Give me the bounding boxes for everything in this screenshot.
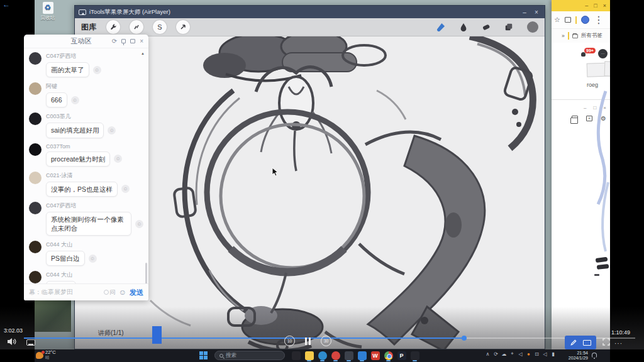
radio-icon <box>104 290 109 295</box>
lecturer-tab[interactable]: 讲师(1/1) <box>98 329 124 337</box>
emoji-react-button[interactable]: ☺ <box>108 126 116 134</box>
emoji-react-button[interactable]: ☺ <box>135 220 143 228</box>
taskbar-clock[interactable]: 21:54 2024/1/29 <box>563 351 588 361</box>
color-swatch[interactable] <box>527 21 538 33</box>
chat-scrollbar[interactable] <box>145 263 147 284</box>
speaker-icon[interactable] <box>7 337 16 346</box>
airplayer-minimize-button[interactable]: – <box>520 9 529 16</box>
rewind-10-button[interactable]: 10 <box>284 336 295 346</box>
bookmark-star-icon[interactable]: ☆ <box>554 16 560 24</box>
taskbar-search[interactable]: 搜索 <box>214 351 285 360</box>
avatar[interactable] <box>29 202 42 214</box>
screen-share-icon[interactable] <box>26 339 35 346</box>
chrome-browser-app[interactable] <box>382 350 395 361</box>
search-highlight-image <box>274 353 282 359</box>
tray-display-icon[interactable]: ⊡ <box>533 351 540 357</box>
avatar[interactable] <box>29 82 42 95</box>
all-bookmarks-label[interactable]: 所有书签 <box>581 32 602 40</box>
more-options-button[interactable]: ··· <box>614 340 623 347</box>
chrome-maximize-button[interactable]: □ <box>594 3 597 9</box>
brush-icon[interactable] <box>436 23 445 32</box>
playhead-handle[interactable] <box>462 336 467 341</box>
gallery-button[interactable]: 图库 <box>81 22 96 33</box>
bookmarks-bar: » 所有书签 <box>552 29 610 43</box>
adjustments-icon[interactable] <box>130 20 143 34</box>
file-explorer-app[interactable] <box>303 350 316 361</box>
music-app[interactable] <box>329 350 342 361</box>
recorder-app[interactable] <box>408 350 421 361</box>
forward-30-button[interactable]: 30 <box>321 336 331 346</box>
edge-browser-app[interactable] <box>316 350 329 361</box>
tray-cloud-icon[interactable]: ☁ <box>501 351 508 357</box>
notes-app[interactable] <box>355 350 369 361</box>
emoji-react-button[interactable]: ☺ <box>93 66 101 74</box>
tray-security-icon[interactable]: ● <box>525 351 532 357</box>
avatar[interactable] <box>29 112 42 125</box>
refresh-icon[interactable]: ⟳ <box>112 38 117 45</box>
avatar[interactable] <box>29 241 42 253</box>
avatar[interactable] <box>29 271 42 283</box>
emoji-react-button[interactable]: ☺ <box>121 185 130 193</box>
tray-expand-icon[interactable]: ∧ <box>484 351 491 357</box>
premiere-app[interactable]: P <box>395 350 408 361</box>
recycle-bin-shortcut[interactable]: ♻ 回收站 <box>37 2 58 21</box>
bookmarks-folder-icon <box>572 34 578 38</box>
avatar[interactable] <box>29 172 42 184</box>
transform-arrow-icon[interactable] <box>176 20 190 34</box>
weather-widget[interactable]: 22°C 晴 <box>36 350 56 361</box>
layers-icon[interactable] <box>504 23 513 31</box>
ask-question-toggle[interactable]: 问 <box>104 288 116 297</box>
send-button[interactable]: 发送 <box>130 288 143 297</box>
selection-icon[interactable]: S <box>153 20 167 34</box>
copy-window-icon[interactable] <box>572 116 578 121</box>
chrome-menu-icon[interactable]: ⋮ <box>594 14 604 26</box>
chat-input-bar: 幕：临摹展梦田 问 ☺ 发送 <box>24 283 148 300</box>
wrench-icon[interactable] <box>106 20 120 34</box>
message-bubble: 系统检测到你有一个像素点未闭合 <box>46 212 131 236</box>
chrome-close-button[interactable]: × <box>603 3 606 9</box>
progress-fill <box>24 337 464 339</box>
fullscreen-expand-icon[interactable] <box>602 337 611 346</box>
emoji-icon[interactable]: ☺ <box>119 288 126 297</box>
screen-annotate-icon[interactable] <box>583 340 591 346</box>
notification-center-icon[interactable] <box>592 353 597 358</box>
messages-icon[interactable] <box>598 49 608 58</box>
avatar[interactable] <box>29 143 42 156</box>
smudge-icon[interactable] <box>459 23 468 31</box>
back-button[interactable]: ← <box>3 0 10 9</box>
close-icon[interactable]: × <box>140 38 143 45</box>
pause-button[interactable] <box>305 337 311 345</box>
weather-condition: 晴 <box>45 355 56 361</box>
chat-message: C037Tomprocreate魅力时刻☺ <box>29 143 143 167</box>
start-button[interactable] <box>199 351 208 360</box>
recycle-bin-label: 回收站 <box>37 15 58 21</box>
ask-label: 问 <box>110 288 116 297</box>
extensions-icon[interactable] <box>565 17 571 23</box>
popout-window-icon[interactable] <box>130 39 135 43</box>
tray-volume-icon[interactable]: ◁ <box>541 351 548 357</box>
emoji-react-button[interactable]: ☺ <box>71 96 79 104</box>
tray-sync-icon[interactable]: ⟳ <box>492 351 499 357</box>
new-item-icon[interactable]: + <box>586 116 592 121</box>
message-bubble: procreate魅力时刻 <box>46 151 110 167</box>
avatar[interactable] <box>29 52 42 65</box>
photo-app[interactable] <box>342 350 355 361</box>
airplayer-close-button[interactable]: × <box>532 9 541 16</box>
emoji-react-button[interactable]: ☺ <box>89 255 97 263</box>
profile-avatar[interactable] <box>581 16 589 24</box>
recorder-app-icon <box>411 351 419 360</box>
eraser-icon[interactable] <box>482 23 491 31</box>
wps-office-app[interactable]: W <box>369 350 382 361</box>
subwindow-minimize-button[interactable]: – <box>584 105 586 111</box>
chat-input-field[interactable]: 幕：临摹展梦田 <box>29 288 101 297</box>
task-view-app[interactable] <box>289 350 303 361</box>
bookmarks-overflow-chevron[interactable]: » <box>562 33 565 39</box>
lecturer-scroll-handle[interactable] <box>152 326 162 344</box>
emoji-react-button[interactable]: ☺ <box>114 155 122 163</box>
chrome-minimize-button[interactable]: – <box>585 3 588 9</box>
pin-icon[interactable] <box>121 39 126 43</box>
pencil-icon[interactable] <box>570 339 577 346</box>
tray-input-icon[interactable]: ⌖ <box>509 351 516 357</box>
tray-battery-icon[interactable]: ▮ <box>550 351 557 357</box>
tray-mute-icon[interactable]: ◁ <box>517 351 524 357</box>
